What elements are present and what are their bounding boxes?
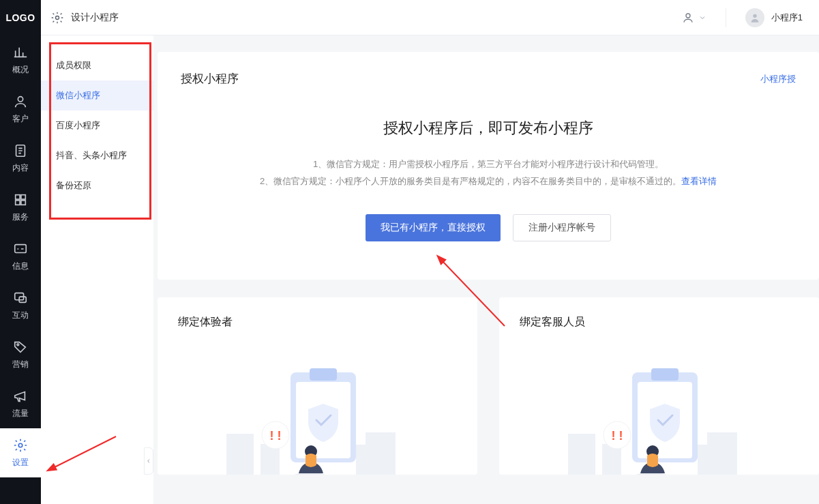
megaphone-icon [13,389,28,404]
svg-point-9 [17,343,19,345]
svg-rect-17 [356,445,368,475]
authorize-button[interactable]: 我已有小程序，直接授权 [366,214,501,241]
rail-label: 互动 [12,310,29,321]
rail-label: 营销 [12,359,29,370]
svg-rect-20 [310,368,337,381]
illustration: ! ! [158,352,477,475]
app-gear-icon [50,11,64,25]
current-user[interactable]: 小程序1 [745,8,803,27]
document-icon [13,143,28,158]
main-area: 授权小程序 小程序授 授权小程序后，即可发布小程序 1、微信官方规定：用户需授权… [153,35,819,504]
rail-label: 设置 [12,457,29,469]
logo: LOGO [0,0,41,35]
svg-point-13 [753,14,756,17]
topbar: 设计小程序 小程序1 [41,0,819,35]
svg-rect-14 [226,434,254,475]
view-details-link[interactable]: 查看详情 [681,176,717,186]
submenu-item-baidu[interactable]: 百度小程序 [41,110,153,140]
register-button[interactable]: 注册小程序帐号 [513,214,611,241]
svg-rect-6 [15,244,27,252]
tag-icon [13,340,28,355]
svg-point-11 [56,16,59,19]
svg-rect-27 [707,432,737,475]
bind-support-card: 绑定客服人员 ! ! [499,297,819,475]
rail-item-customer[interactable]: 客户 [0,85,41,134]
submenu-item-backup[interactable]: 备份还原 [41,171,153,201]
gear-icon [13,438,28,453]
rail-label: 服务 [12,211,29,223]
person-icon [682,12,694,24]
bind-tester-card: 绑定体验者 ! ! [158,297,477,475]
svg-rect-5 [21,200,25,204]
rail-item-message[interactable]: 信息 [0,232,41,281]
rail-item-service[interactable]: 服务 [0,183,41,232]
svg-rect-28 [698,445,710,475]
divider [726,8,726,27]
submenu-item-douyin[interactable]: 抖音、头条小程序 [41,140,153,171]
svg-rect-25 [568,434,595,475]
avatar [745,8,764,27]
right-link[interactable]: 小程序授 [760,73,796,85]
rules-text: 1、微信官方规定：用户需授权小程序后，第三方平台才能对小程序进行设计和代码管理。… [181,156,796,190]
hero-title: 授权小程序后，即可发布小程序 [181,118,796,138]
svg-point-0 [18,96,23,101]
collapse-sidebar-button[interactable] [144,447,153,475]
svg-rect-4 [16,200,20,204]
message-icon [13,241,28,256]
svg-point-10 [18,443,23,447]
bind-support-title: 绑定客服人员 [520,315,799,329]
authorize-card: 授权小程序 小程序授 授权小程序后，即可发布小程序 1、微信官方规定：用户需授权… [158,52,819,280]
chevron-left-icon [146,458,151,464]
page-title: 授权小程序 [181,71,239,87]
design-link[interactable]: 设计小程序 [71,12,119,24]
svg-rect-31 [651,368,679,381]
user-dropdown[interactable] [682,12,706,24]
chevron-down-icon [698,14,706,22]
rail-item-traffic[interactable]: 流量 [0,379,41,428]
rail-label: 概况 [12,64,29,76]
bind-tester-title: 绑定体验者 [178,315,457,329]
user-icon [13,94,28,109]
rule-line-1: 1、微信官方规定：用户需授权小程序后，第三方平台才能对小程序进行设计和代码管理。 [181,156,796,173]
grid-icon [13,192,28,207]
rail-label: 流量 [12,408,29,419]
illustration: ! ! [499,352,819,475]
rail-item-settings[interactable]: 设置 [0,428,41,477]
chart-icon [13,45,28,60]
rail-label: 客户 [12,113,29,125]
submenu-item-wechat[interactable]: 微信小程序 [41,80,153,110]
svg-rect-3 [21,194,25,198]
rail-item-marketing[interactable]: 营销 [0,330,41,379]
avatar-icon [749,12,760,23]
rail-item-overview[interactable]: 概况 [0,35,41,85]
left-rail: LOGO 概况 客户 内容 服务 信息 互动 营销 流量 设置 [0,0,41,504]
svg-rect-16 [366,432,396,475]
submenu-item-permissions[interactable]: 成员权限 [41,50,153,80]
interact-icon [13,291,28,306]
rail-label: 信息 [12,261,29,272]
svg-text:! !: ! ! [611,429,623,443]
svg-rect-2 [16,194,20,198]
rail-item-interact[interactable]: 互动 [0,281,41,330]
rail-label: 内容 [12,162,29,174]
rule-line-2: 2、微信官方规定：小程序个人开放的服务类目是有严格规定的，内容不在服务类目中的，… [181,173,796,190]
rail-item-content[interactable]: 内容 [0,134,41,183]
settings-submenu: 成员权限 微信小程序 百度小程序 抖音、头条小程序 备份还原 [41,35,153,504]
svg-point-12 [686,14,690,18]
user-name: 小程序1 [771,12,803,24]
svg-text:! !: ! ! [269,429,281,443]
